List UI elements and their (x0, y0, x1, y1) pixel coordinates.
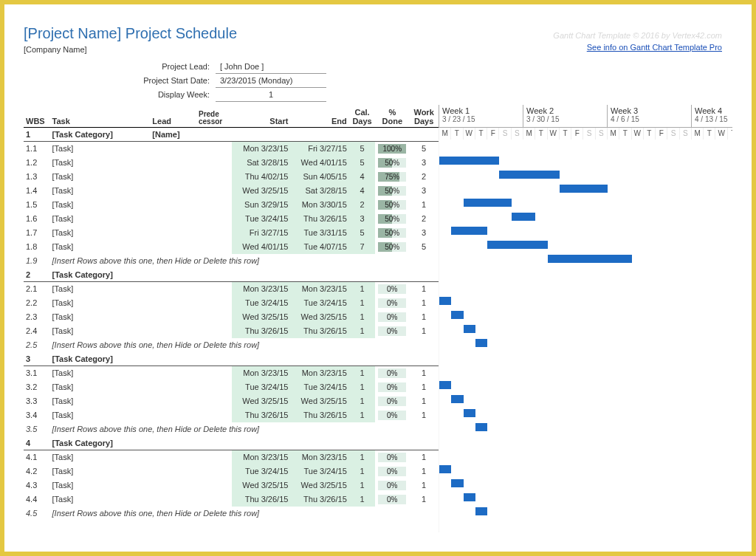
table-row[interactable]: 1.6[Task]Tue 3/24/15Thu 3/26/15350%2 (24, 212, 439, 226)
cell-wbs: 4.2 (24, 464, 50, 478)
cell-end: Mon 3/30/15 (290, 198, 348, 212)
cell-pred (196, 282, 232, 296)
task-table-pane: WBS Task Lead Prede cessor Start End Cal… (24, 105, 439, 521)
table-row[interactable]: 2.4[Task]Thu 3/26/15Thu 3/26/1510%1 (24, 324, 439, 338)
gantt-bar[interactable] (439, 297, 451, 305)
gantt-bar[interactable] (560, 185, 608, 193)
cell-cal-days: 3 (349, 212, 376, 226)
gantt-bar[interactable] (439, 381, 451, 389)
table-row[interactable]: 3.3[Task]Wed 3/25/15Wed 3/25/1510%1 (24, 394, 439, 408)
table-row[interactable]: 4.2[Task]Tue 3/24/15Tue 3/24/1510%1 (24, 464, 439, 478)
cell-work-days: 1 (409, 296, 439, 310)
cell-work-days: 1 (409, 282, 439, 296)
cell-lead (150, 366, 196, 380)
cell-lead (150, 394, 196, 408)
project-start-value[interactable]: 3/23/2015 (Monday) (216, 74, 326, 88)
cell-start: Fri 3/27/15 (232, 226, 290, 240)
table-row[interactable]: 1.3[Task]Thu 4/02/15Sun 4/05/15475%2 (24, 170, 439, 184)
gantt-row (439, 434, 732, 448)
gantt-bar[interactable] (487, 241, 547, 249)
cell-wbs: 1.4 (24, 184, 50, 198)
cell-wbs: 2.5 (24, 338, 50, 352)
cell-work-days: 5 (409, 240, 439, 254)
table-row[interactable]: 2.2[Task]Tue 3/24/15Tue 3/24/1510%1 (24, 296, 439, 310)
table-row[interactable]: 1.5[Task]Sun 3/29/15Mon 3/30/15250%1 (24, 198, 439, 212)
cell-start: Sat 3/28/15 (232, 156, 290, 170)
gantt-rows (439, 140, 732, 532)
table-row[interactable]: 2[Task Category] (24, 268, 439, 282)
cell-pct-done: 0% (375, 324, 409, 338)
cell-task: [Task] (50, 310, 151, 324)
gantt-bar[interactable] (451, 479, 463, 487)
table-row[interactable]: 2.1[Task]Mon 3/23/15Mon 3/23/1510%1 (24, 282, 439, 296)
table-row[interactable]: 2.3[Task]Wed 3/25/15Wed 3/25/1510%1 (24, 310, 439, 324)
table-row[interactable]: 3.5[Insert Rows above this one, then Hid… (24, 422, 439, 436)
display-week-value[interactable]: 1 (216, 88, 326, 102)
gantt-row (439, 462, 732, 476)
cell-work-days: 1 (409, 366, 439, 380)
week-header-cell: Week 34 / 6 / 15 (607, 105, 691, 127)
table-row[interactable]: 1.9[Insert Rows above this one, then Hid… (24, 254, 439, 268)
cell-end: Sun 4/05/15 (290, 170, 348, 184)
table-row[interactable]: 3.2[Task]Tue 3/24/15Tue 3/24/1510%1 (24, 380, 439, 394)
cell-task: [Task] (50, 380, 151, 394)
col-lead: Lead (150, 105, 196, 128)
gantt-bar[interactable] (464, 409, 475, 417)
cell-start: Tue 3/24/15 (232, 380, 290, 394)
table-row[interactable]: 4.4[Task]Thu 3/26/15Thu 3/26/1510%1 (24, 492, 439, 507)
project-lead-value[interactable]: [ John Doe ] (216, 60, 326, 74)
gantt-bar[interactable] (499, 171, 559, 179)
gantt-bar[interactable] (451, 311, 463, 319)
table-row[interactable]: 3[Task Category] (24, 352, 439, 366)
gantt-bar[interactable] (464, 325, 475, 333)
gantt-bar[interactable] (464, 493, 475, 501)
table-row[interactable]: 4[Task Category] (24, 436, 439, 450)
day-header-cell: S (595, 128, 607, 140)
table-row[interactable]: 2.5[Insert Rows above this one, then Hid… (24, 338, 439, 352)
cell-pred (196, 156, 232, 170)
cell-work-days: 1 (409, 394, 439, 408)
table-row[interactable]: 3.4[Task]Thu 3/26/15Thu 3/26/1510%1 (24, 408, 439, 422)
cell-pct-done: 75% (375, 170, 409, 184)
cell-end: Thu 3/26/15 (290, 408, 348, 422)
table-row[interactable]: 4.5[Insert Rows above this one, then Hid… (24, 507, 439, 521)
table-row[interactable]: 1.8[Task]Wed 4/01/15Tue 4/07/15750%5 (24, 240, 439, 254)
week-date: 3 / 30 / 15 (526, 115, 604, 123)
week-date: 4 / 6 / 15 (611, 115, 688, 123)
cell-pct-done: 0% (375, 366, 409, 380)
cell-task: [Task] (50, 324, 151, 338)
cell-work-days: 2 (409, 212, 439, 226)
cell-work-days: 2 (409, 170, 439, 184)
table-row[interactable]: 3.1[Task]Mon 3/23/15Mon 3/23/1510%1 (24, 366, 439, 380)
table-row[interactable]: 1.2[Task]Sat 3/28/15Wed 4/01/15550%3 (24, 156, 439, 170)
gantt-row (439, 378, 732, 392)
gantt-bar[interactable] (439, 465, 451, 473)
cell-pct-done: 50% (375, 156, 409, 170)
cell-task: [Task] (50, 296, 151, 310)
cell-lead (150, 324, 196, 338)
table-row[interactable]: 1[Task Category][Name] (24, 128, 439, 142)
gantt-bar[interactable] (451, 395, 463, 403)
cell-lead (150, 184, 196, 198)
gantt-row (439, 350, 732, 364)
gantt-bar[interactable] (451, 227, 487, 235)
gantt-bar[interactable] (548, 255, 632, 263)
gantt-row (439, 238, 732, 252)
cell-start: Tue 3/24/15 (232, 296, 290, 310)
cell-pred (196, 450, 232, 464)
gantt-bar[interactable] (439, 157, 499, 165)
table-row[interactable]: 4.3[Task]Wed 3/25/15Wed 3/25/1510%1 (24, 478, 439, 492)
gantt-bar[interactable] (475, 339, 487, 347)
cell-wbs: 2.3 (24, 310, 50, 324)
gantt-bar[interactable] (464, 199, 512, 207)
table-row[interactable]: 1.4[Task]Wed 3/25/15Sat 3/28/15450%3 (24, 184, 439, 198)
template-pro-link[interactable]: See info on Gantt Chart Template Pro (587, 43, 722, 52)
gantt-bar[interactable] (512, 213, 536, 221)
table-row[interactable]: 1.7[Task]Fri 3/27/15Tue 3/31/15550%3 (24, 226, 439, 240)
table-row[interactable]: 1.1[Task]Mon 3/23/15Fri 3/27/155100%5 (24, 142, 439, 156)
cell-task: [Task] (50, 240, 151, 254)
gantt-bar[interactable] (475, 507, 487, 515)
gantt-bar[interactable] (475, 423, 487, 431)
table-row[interactable]: 4.1[Task]Mon 3/23/15Mon 3/23/1510%1 (24, 450, 439, 464)
col-start: Start (232, 105, 290, 128)
